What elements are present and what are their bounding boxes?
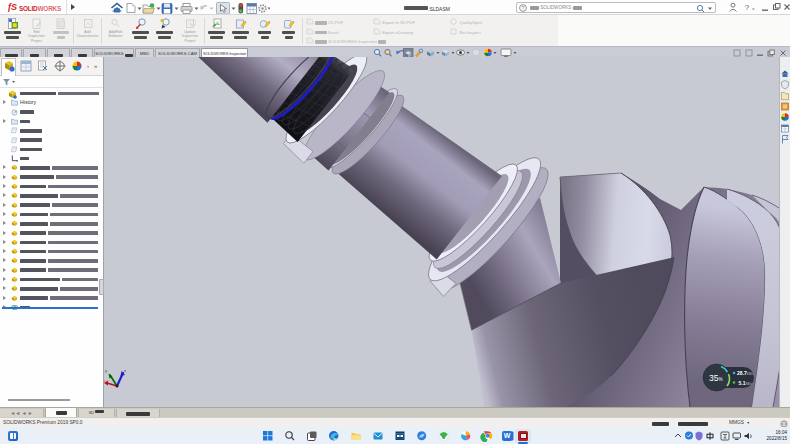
svg-text:?: ? [745,3,750,12]
svg-text:?: ? [522,5,525,11]
svg-text:z: z [124,368,126,373]
svg-text:x: x [104,378,105,383]
svg-text:y: y [105,368,107,373]
